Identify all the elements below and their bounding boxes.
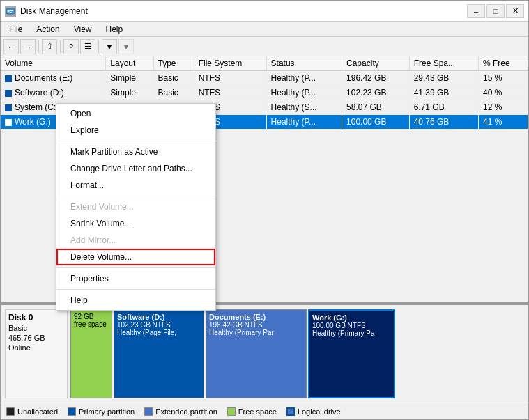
partition-software-name: Software (D:) bbox=[117, 313, 201, 321]
legend-label-extended: Extended partition bbox=[155, 407, 217, 416]
cell-fs: NTFS bbox=[194, 71, 266, 86]
col-filesystem: File System bbox=[194, 56, 266, 71]
svg-rect-2 bbox=[10, 10, 13, 11]
partition-documents[interactable]: Documents (E:) 196.42 GB NTFS Healthy (P… bbox=[206, 309, 307, 398]
window-title: Disk Management bbox=[20, 6, 88, 16]
col-volume: Volume bbox=[1, 56, 106, 71]
partition-work[interactable]: Work (G:) 100.00 GB NTFS Healthy (Primar… bbox=[308, 309, 395, 398]
col-layout: Layout bbox=[106, 56, 153, 71]
ctx-shrink[interactable]: Shrink Volume... bbox=[56, 215, 215, 232]
legend-label-free: Free space bbox=[238, 407, 277, 416]
ctx-mark-active[interactable]: Mark Partition as Active bbox=[56, 143, 215, 160]
partition-documents-name: Documents (E:) bbox=[209, 313, 303, 321]
cell-fs: NTFS bbox=[194, 86, 266, 100]
context-menu: Open Explore Mark Partition as Active Ch… bbox=[56, 103, 216, 311]
col-capacity: Capacity bbox=[342, 56, 410, 71]
disk-name: Disk 0 bbox=[8, 313, 64, 322]
toolbar-sep-1 bbox=[38, 40, 39, 53]
forward-button[interactable]: → bbox=[20, 39, 36, 54]
disk-panel: Disk 0 Basic 465.76 GB Online 92 GB free… bbox=[1, 305, 528, 403]
menu-file[interactable]: File bbox=[3, 23, 28, 36]
disk-status: Online bbox=[8, 343, 64, 352]
cell-layout: Simple bbox=[106, 86, 153, 100]
legend-logical: Logical drive bbox=[286, 407, 341, 416]
ctx-add-mirror: Add Mirror... bbox=[56, 232, 215, 249]
up-button[interactable]: ⇧ bbox=[42, 39, 57, 54]
disk-size: 465.76 GB bbox=[8, 334, 64, 342]
maximize-button[interactable]: □ bbox=[486, 4, 505, 18]
legend-label-unallocated: Unallocated bbox=[17, 407, 58, 416]
table-row[interactable]: Documents (E:) Simple Basic NTFS Healthy… bbox=[1, 71, 528, 86]
legend-free: Free space bbox=[227, 407, 277, 416]
cell-type: Basic bbox=[153, 71, 194, 86]
legend-color-free bbox=[227, 407, 236, 416]
legend-color-primary bbox=[68, 407, 76, 416]
cell-capacity: 100.00 GB bbox=[342, 115, 410, 130]
partition-work-size: 100.00 GB NTFS bbox=[312, 322, 391, 329]
partition-free[interactable]: 92 GB free space bbox=[70, 309, 112, 398]
ctx-extend: Extend Volume... bbox=[56, 199, 215, 215]
cell-capacity: 102.23 GB bbox=[342, 86, 410, 100]
table-header: Volume Layout Type File System Status Ca… bbox=[1, 56, 528, 71]
partition-free-size: 92 GB bbox=[74, 313, 109, 320]
ctx-help[interactable]: Help bbox=[56, 292, 215, 309]
partition-software-size: 102.23 GB NTFS bbox=[117, 321, 201, 329]
menu-view[interactable]: View bbox=[68, 23, 98, 36]
minimize-button[interactable]: – bbox=[467, 4, 485, 18]
back-button[interactable]: ← bbox=[3, 39, 19, 54]
cell-layout: Simple bbox=[106, 71, 153, 86]
legend-bar: Unallocated Primary partition Extended p… bbox=[1, 403, 528, 419]
properties-button[interactable]: ☰ bbox=[80, 39, 95, 54]
ctx-sep-2 bbox=[56, 196, 215, 196]
legend-primary: Primary partition bbox=[68, 407, 135, 416]
cell-free: 41.39 GB bbox=[409, 86, 478, 100]
toolbar-sep-2 bbox=[60, 40, 61, 53]
table-row[interactable]: Software (D:) Simple Basic NTFS Healthy … bbox=[1, 86, 528, 100]
ctx-sep-3 bbox=[56, 267, 215, 268]
svg-point-1 bbox=[8, 10, 10, 12]
cell-type: Basic bbox=[153, 86, 194, 100]
more-button-1[interactable]: ▼ bbox=[102, 39, 117, 54]
disk-info: Disk 0 Basic 465.76 GB Online bbox=[5, 309, 68, 398]
close-button[interactable]: ✕ bbox=[506, 4, 524, 18]
ctx-delete-volume[interactable]: Delete Volume... bbox=[56, 249, 215, 265]
cell-free: 40.76 GB bbox=[409, 115, 478, 130]
ctx-change-letter[interactable]: Change Drive Letter and Paths... bbox=[56, 160, 215, 177]
ctx-open[interactable]: Open bbox=[56, 105, 215, 122]
svg-rect-3 bbox=[10, 12, 12, 13]
ctx-format[interactable]: Format... bbox=[56, 177, 215, 194]
col-pct: % Free bbox=[479, 56, 528, 71]
menu-bar: File Action View Help bbox=[1, 22, 528, 37]
cell-status: Healthy (P... bbox=[266, 71, 342, 86]
ctx-explore[interactable]: Explore bbox=[56, 122, 215, 139]
legend-color-extended bbox=[144, 407, 153, 416]
partition-work-detail: Healthy (Primary Pa bbox=[312, 329, 391, 337]
disk-icon bbox=[5, 6, 16, 17]
ctx-sep-4 bbox=[56, 289, 215, 290]
partition-free-detail: free space bbox=[74, 320, 109, 328]
cell-pct: 41 % bbox=[479, 115, 528, 130]
title-bar: Disk Management – □ ✕ bbox=[1, 1, 528, 22]
cell-volume: Software (D:) bbox=[1, 86, 106, 100]
disk-partitions: 92 GB free space Software (D:) 102.23 GB… bbox=[70, 309, 524, 398]
title-bar-left: Disk Management bbox=[5, 6, 88, 17]
legend-color-logical bbox=[286, 407, 295, 416]
ctx-properties[interactable]: Properties bbox=[56, 270, 215, 287]
cell-free: 6.71 GB bbox=[409, 100, 478, 115]
menu-action[interactable]: Action bbox=[31, 23, 65, 36]
cell-capacity: 196.42 GB bbox=[342, 71, 410, 86]
cell-status: Healthy (P... bbox=[266, 115, 342, 130]
legend-color-unallocated bbox=[6, 407, 15, 416]
cell-pct: 40 % bbox=[479, 86, 528, 100]
legend-extended: Extended partition bbox=[144, 407, 217, 416]
cell-status: Healthy (S... bbox=[266, 100, 342, 115]
cell-free: 29.43 GB bbox=[409, 71, 478, 86]
menu-help[interactable]: Help bbox=[100, 23, 129, 36]
cell-pct: 15 % bbox=[479, 71, 528, 86]
more-button-2[interactable]: ▼ bbox=[118, 39, 134, 54]
col-type: Type bbox=[153, 56, 194, 71]
cell-capacity: 58.07 GB bbox=[342, 100, 410, 115]
partition-software[interactable]: Software (D:) 102.23 GB NTFS Healthy (Pa… bbox=[114, 309, 204, 398]
help-button[interactable]: ? bbox=[63, 39, 79, 54]
partition-documents-detail: Healthy (Primary Par bbox=[209, 329, 303, 336]
